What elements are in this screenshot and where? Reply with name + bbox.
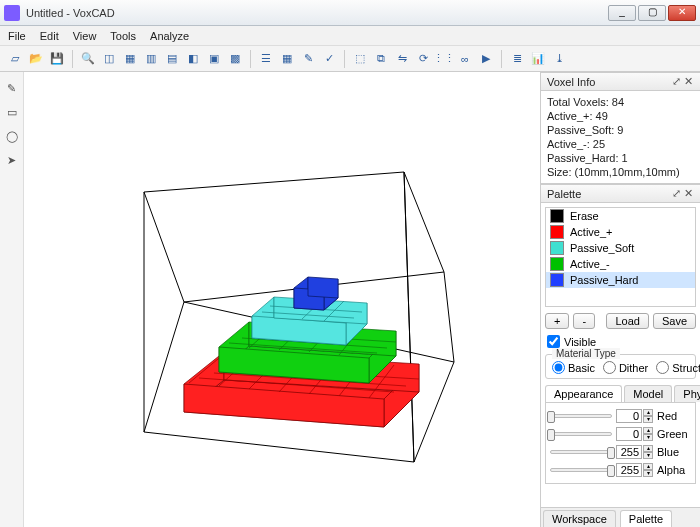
material-name: Passive_Hard: [570, 274, 638, 286]
check-icon[interactable]: ✓: [320, 50, 338, 68]
menu-tools[interactable]: Tools: [110, 30, 136, 42]
tab-appearance[interactable]: Appearance: [545, 385, 622, 402]
menu-view[interactable]: View: [73, 30, 97, 42]
material-type-option[interactable]: Structure: [656, 361, 700, 374]
window-title: Untitled - VoxCAD: [26, 7, 608, 19]
value-red[interactable]: [616, 409, 642, 423]
remove-material-button[interactable]: -: [573, 313, 595, 329]
save-icon[interactable]: 💾: [48, 50, 66, 68]
zoom-extents-icon[interactable]: 🔍: [79, 50, 97, 68]
rotate-icon[interactable]: ⟳: [414, 50, 432, 68]
spin-up-icon[interactable]: ▴: [643, 445, 653, 452]
svg-marker-41: [308, 277, 338, 298]
material-row[interactable]: Active_-: [546, 256, 695, 272]
minimize-button[interactable]: _: [608, 5, 636, 21]
channel-blue: ▴▾Blue: [546, 443, 695, 461]
save-palette-button[interactable]: Save: [653, 313, 696, 329]
visible-checkbox[interactable]: [547, 335, 560, 348]
material-row[interactable]: Passive_Soft: [546, 240, 695, 256]
material-swatch: [550, 273, 564, 287]
value-blue[interactable]: [616, 445, 642, 459]
value-alpha[interactable]: [616, 463, 642, 477]
pencil-icon[interactable]: ✎: [4, 80, 20, 96]
material-name: Active_+: [570, 226, 613, 238]
material-row[interactable]: Erase: [546, 208, 695, 224]
box-icon[interactable]: ▭: [4, 104, 20, 120]
material-name: Active_-: [570, 258, 610, 270]
spin-down-icon[interactable]: ▾: [643, 416, 653, 423]
undock-icon[interactable]: ⤢: [670, 187, 682, 200]
wireframe-icon[interactable]: ▣: [205, 50, 223, 68]
layers-icon[interactable]: ≣: [508, 50, 526, 68]
array-icon[interactable]: ⋮⋮: [435, 50, 453, 68]
slider-red[interactable]: [550, 414, 612, 418]
material-type-option[interactable]: Basic: [552, 361, 595, 374]
shaded-icon[interactable]: ▩: [226, 50, 244, 68]
paint-icon[interactable]: ✎: [299, 50, 317, 68]
channel-label: Alpha: [657, 464, 691, 476]
menu-bar: File Edit View Tools Analyze: [0, 26, 700, 46]
material-swatch: [550, 209, 564, 223]
mirror-icon[interactable]: ⇋: [393, 50, 411, 68]
material-name: Erase: [570, 210, 599, 222]
view-iso-icon[interactable]: ◧: [184, 50, 202, 68]
spin-down-icon[interactable]: ▾: [643, 470, 653, 477]
voxel-info-line: Passive_Hard: 1: [547, 151, 694, 165]
slider-green[interactable]: [550, 432, 612, 436]
spin-up-icon[interactable]: ▴: [643, 463, 653, 470]
channel-label: Green: [657, 428, 691, 440]
close-panel-icon[interactable]: ✕: [682, 187, 694, 200]
viewport-3d[interactable]: [24, 72, 540, 527]
spin-down-icon[interactable]: ▾: [643, 434, 653, 441]
visible-label: Visible: [564, 336, 596, 348]
load-palette-button[interactable]: Load: [606, 313, 648, 329]
view-front-icon[interactable]: ▥: [142, 50, 160, 68]
view-top-icon[interactable]: ▦: [121, 50, 139, 68]
list-icon[interactable]: ☰: [257, 50, 275, 68]
channel-red: ▴▾Red: [546, 407, 695, 425]
pointer-icon[interactable]: ➤: [4, 152, 20, 168]
spin-up-icon[interactable]: ▴: [643, 409, 653, 416]
material-row[interactable]: Active_+: [546, 224, 695, 240]
tab-physical[interactable]: Physical: [674, 385, 700, 402]
slider-alpha[interactable]: [550, 468, 612, 472]
ellipse-icon[interactable]: ◯: [4, 128, 20, 144]
menu-file[interactable]: File: [8, 30, 26, 42]
tab-model[interactable]: Model: [624, 385, 672, 402]
view-persp-icon[interactable]: ◫: [100, 50, 118, 68]
material-type-option[interactable]: Dither: [603, 361, 648, 374]
open-icon[interactable]: 📂: [27, 50, 45, 68]
bottom-tab-workspace[interactable]: Workspace: [543, 510, 616, 527]
channel-alpha: ▴▾Alpha: [546, 461, 695, 479]
channel-label: Red: [657, 410, 691, 422]
spin-up-icon[interactable]: ▴: [643, 427, 653, 434]
close-button[interactable]: ✕: [668, 5, 696, 21]
maximize-button[interactable]: ▢: [638, 5, 666, 21]
bottom-tab-palette[interactable]: Palette: [620, 510, 672, 527]
select-icon[interactable]: ⬚: [351, 50, 369, 68]
stats-icon[interactable]: 📊: [529, 50, 547, 68]
voxel-info-line: Size: (10mm,10mm,10mm): [547, 165, 694, 179]
copy-icon[interactable]: ⧉: [372, 50, 390, 68]
voxel-info-header: Voxel Info ⤢ ✕: [541, 72, 700, 91]
main-toolbar: ▱📂💾🔍◫▦▥▤◧▣▩☰▦✎✓⬚⧉⇋⟳⋮⋮∞▶≣📊⤓: [0, 46, 700, 72]
close-panel-icon[interactable]: ✕: [682, 75, 694, 88]
voxel-info-line: Total Voxels: 84: [547, 95, 694, 109]
link-icon[interactable]: ∞: [456, 50, 474, 68]
menu-edit[interactable]: Edit: [40, 30, 59, 42]
material-list[interactable]: EraseActive_+Passive_SoftActive_-Passive…: [545, 207, 696, 307]
undock-icon[interactable]: ⤢: [670, 75, 682, 88]
export-icon[interactable]: ⤓: [550, 50, 568, 68]
sim-icon[interactable]: ▶: [477, 50, 495, 68]
view-side-icon[interactable]: ▤: [163, 50, 181, 68]
grid-icon[interactable]: ▦: [278, 50, 296, 68]
bottom-tabs: WorkspacePalette: [541, 507, 700, 527]
material-row[interactable]: Passive_Hard: [546, 272, 695, 288]
value-green[interactable]: [616, 427, 642, 441]
slider-blue[interactable]: [550, 450, 612, 454]
add-material-button[interactable]: +: [545, 313, 569, 329]
spin-down-icon[interactable]: ▾: [643, 452, 653, 459]
new-icon[interactable]: ▱: [6, 50, 24, 68]
menu-analyze[interactable]: Analyze: [150, 30, 189, 42]
viewport-canvas: [24, 72, 540, 527]
